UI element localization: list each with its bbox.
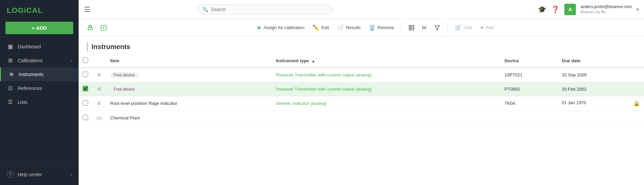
table-row: ≡ Root level position/ Rage Indicator Ge… — [79, 96, 644, 111]
row-item-cell: Chemical Plant — [106, 111, 272, 125]
sidebar-item-label: Dashboard — [18, 44, 41, 49]
header-icon-cell — [92, 54, 106, 68]
user-company: Beamex Oy Ab — [581, 9, 632, 14]
instrument-type-link[interactable]: Pressure Transmitter with current output… — [276, 87, 372, 92]
help-circle-icon[interactable]: ❓ — [551, 5, 560, 14]
header-device: Device — [501, 54, 558, 68]
lab-flask-button[interactable] — [84, 22, 96, 33]
main-content: ☰ 🔍 🎓 ❓ A anders.portin@beamex.com Beame… — [79, 0, 644, 185]
chevron-right-icon: › — [71, 58, 72, 63]
sidebar-item-label: References — [18, 86, 42, 91]
row-icon-cell: ▭ — [92, 111, 106, 125]
table-view-button[interactable] — [406, 23, 417, 33]
add-item-label: Add — [485, 25, 493, 30]
menu-icon[interactable]: ☰ — [84, 5, 90, 14]
row-due-date-cell: 20 Feb 2002 — [558, 82, 644, 96]
logo-text-1: LOGi — [7, 6, 26, 15]
sidebar-item-label: Calibrations — [18, 58, 43, 63]
logo-text-2: CAL — [26, 6, 43, 15]
row-checkbox[interactable] — [83, 86, 88, 91]
row-due-date-cell — [558, 111, 644, 125]
select-all-checkbox[interactable] — [83, 57, 88, 63]
help-icon: ? — [7, 171, 14, 178]
lists-icon: ☰ — [7, 99, 14, 105]
add-button[interactable]: + ADD — [5, 22, 73, 34]
sidebar-item-help-center[interactable]: ? Help center › — [0, 167, 79, 182]
svg-marker-3 — [103, 26, 105, 29]
toolbar: ➤ Assign for calibration ✏️ Edit 📄 Resul… — [79, 19, 644, 37]
play-button[interactable] — [98, 22, 110, 33]
row-icon-cell: ≡ — [92, 96, 106, 111]
tree-view-button[interactable] — [419, 23, 430, 33]
page-title: Instruments — [92, 43, 130, 51]
row-checkbox[interactable] — [83, 115, 88, 120]
edit-button[interactable]: ✏️ Edit — [309, 22, 332, 33]
svg-marker-13 — [435, 26, 440, 30]
row-checkbox-cell — [79, 68, 92, 82]
row-instrument-type-cell: Pressure Transmitter with current output… — [272, 68, 501, 82]
content-area: Instruments Item Instrument type ▲ — [79, 37, 644, 185]
row-item-cell: Free device — [106, 68, 272, 82]
table-header: Item Instrument type ▲ Device Due date — [79, 54, 644, 68]
assign-icon: ➤ — [257, 24, 262, 31]
instrument-type-link[interactable]: Generic indicator (analog) — [276, 101, 327, 106]
row-checkbox-cell — [79, 111, 92, 125]
sidebar-item-references[interactable]: ⊡ References — [0, 81, 79, 95]
sidebar-item-label: Help center — [18, 172, 42, 177]
remove-button[interactable]: 🗑️ Remove — [365, 22, 397, 33]
plus-icon: + — [480, 25, 483, 31]
search-input[interactable] — [211, 7, 328, 12]
sidebar-item-calibrations[interactable]: ⊞ Calibrations › — [0, 53, 79, 67]
table-row: ≡ Free device Pressure Transmitter with … — [79, 68, 644, 82]
assign-label: Assign for calibration — [264, 25, 305, 30]
instruments-icon: ≋ — [8, 71, 15, 77]
instrument-type-label: Instrument type — [276, 58, 309, 63]
row-device-cell — [501, 111, 558, 125]
assign-for-calibration-button[interactable]: ➤ Assign for calibration — [253, 22, 308, 33]
user-email: anders.portin@beamex.com — [581, 4, 632, 10]
calibrations-icon: ⊞ — [7, 57, 14, 64]
table-row: ≡ Free device Pressure Transmitter with … — [79, 82, 644, 96]
page-title-bar: Instruments — [79, 37, 644, 54]
item-name: Chemical Plant — [110, 115, 140, 120]
sidebar-item-label: Instruments — [19, 72, 43, 77]
table-body: ≡ Free device Pressure Transmitter with … — [79, 68, 644, 125]
row-checkbox[interactable] — [83, 100, 88, 106]
graduation-cap-icon[interactable]: 🎓 — [538, 5, 546, 14]
search-bar: 🔍 — [197, 4, 333, 15]
app-logo: LOGiCAL — [0, 0, 79, 19]
row-due-date-cell: 01 Jan 1970 🔒 — [558, 96, 644, 111]
edit-icon: ✏️ — [313, 24, 319, 31]
header-item: Item — [106, 54, 272, 68]
lock-icon: 🔒 — [633, 100, 640, 107]
row-instrument-type-cell: Generic indicator (analog) — [272, 96, 501, 111]
cart-label: Cart — [464, 25, 472, 30]
sidebar: LOGiCAL + ADD ▦ Dashboard ⊞ Calibrations… — [0, 0, 79, 185]
sidebar-item-instruments[interactable]: ≋ Instruments — [0, 67, 79, 81]
instrument-type-link[interactable]: Pressure Transmitter with current output… — [276, 72, 372, 77]
sidebar-nav: ▦ Dashboard ⊞ Calibrations › ≋ Instrumen… — [0, 40, 79, 164]
instrument-lines-icon: ≡ — [97, 86, 101, 92]
header-instrument-type[interactable]: Instrument type ▲ — [272, 54, 501, 68]
cart-button[interactable]: 🛒 Cart — [451, 22, 476, 33]
row-instrument-type-cell: Pressure Transmitter with current output… — [272, 82, 501, 96]
toolbar-separator-2 — [447, 23, 447, 32]
chevron-right-icon: › — [71, 172, 72, 177]
free-device-tag: Free device — [110, 72, 138, 78]
remove-label: Remove — [378, 25, 394, 30]
add-item-button[interactable]: + Add — [477, 23, 497, 33]
filter-button[interactable] — [431, 23, 443, 33]
chevron-down-icon[interactable]: ▾ — [637, 7, 639, 12]
svg-rect-4 — [409, 25, 414, 30]
dashboard-icon: ▦ — [7, 43, 14, 50]
row-item-cell: Root level position/ Rage Indicator — [106, 96, 272, 111]
sidebar-item-lists[interactable]: ☰ Lists — [0, 95, 79, 109]
row-instrument-type-cell — [272, 111, 501, 125]
item-name: Root level position/ Rage Indicator — [110, 101, 177, 106]
avatar: A — [564, 4, 576, 15]
results-button[interactable]: 📄 Results — [334, 22, 364, 33]
edit-label: Edit — [321, 25, 329, 30]
sidebar-item-dashboard[interactable]: ▦ Dashboard — [0, 40, 79, 53]
row-checkbox[interactable] — [83, 72, 88, 77]
row-device-cell: 10PT021 — [501, 68, 558, 82]
